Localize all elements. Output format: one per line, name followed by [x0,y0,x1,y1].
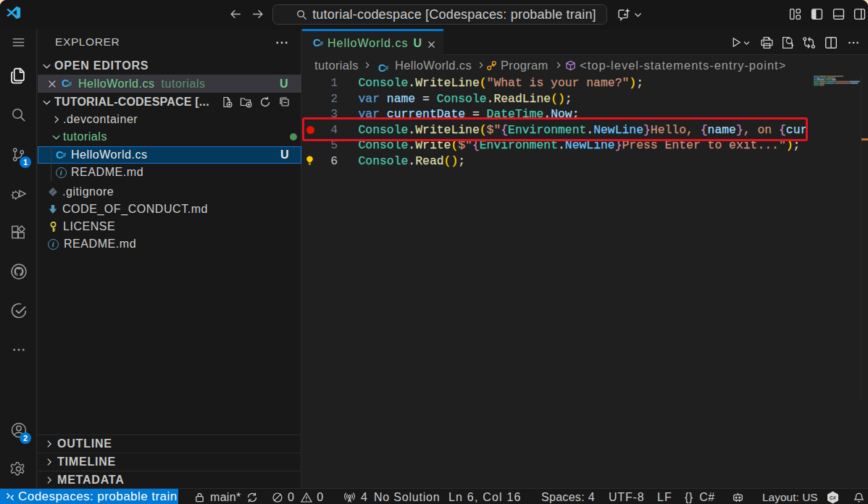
svg-text:C#: C# [830,495,836,500]
